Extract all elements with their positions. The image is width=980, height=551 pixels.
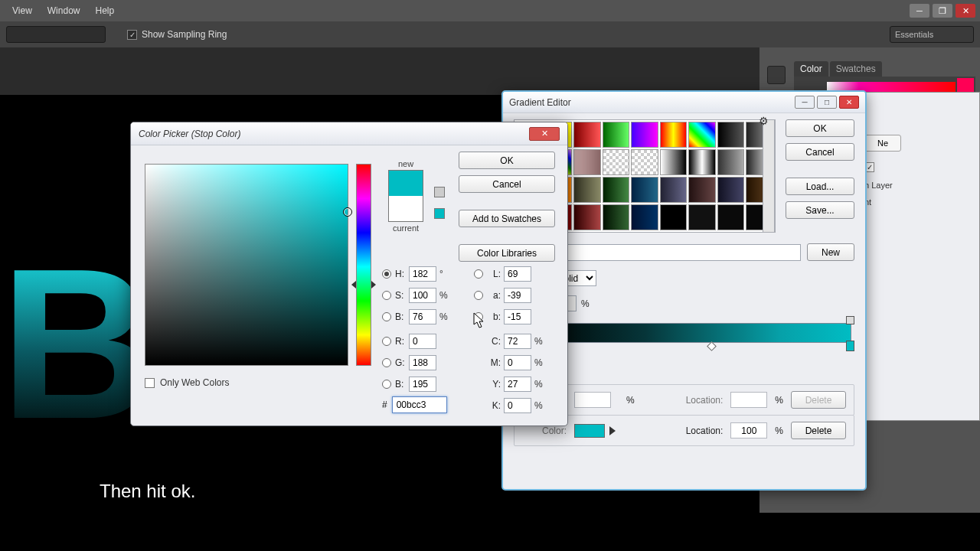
new-label: new [381,159,431,168]
input-k[interactable] [504,398,531,413]
app-minimize-button[interactable]: ─ [910,4,929,18]
input-g[interactable] [409,355,436,370]
tab-swatches[interactable]: Swatches [830,61,882,77]
radio-s[interactable] [382,291,391,300]
tutorial-caption: Then hit ok. [100,481,195,502]
color-stop-right[interactable] [846,341,854,351]
label-l: L: [487,269,501,279]
input-a[interactable] [504,288,531,303]
show-sampling-ring-checkbox[interactable]: ✓ Show Sampling Ring [127,29,227,40]
color-field-cursor[interactable] [343,207,352,217]
only-web-colors-label: Only Web Colors [160,377,229,388]
current-color-swatch[interactable] [389,196,423,221]
close-icon[interactable]: ✕ [529,127,560,141]
radio-b[interactable] [382,312,391,321]
radio-l[interactable] [474,269,483,279]
label-c: C: [487,336,501,347]
nt-label: nt [858,194,979,210]
cancel-button[interactable]: Cancel [786,143,854,161]
input-s[interactable] [409,288,436,303]
label-a: a: [487,290,501,301]
unit-pct-b: % [436,311,452,322]
menu-help[interactable]: Help [87,3,122,18]
color-field[interactable] [145,164,348,366]
only-web-colors-checkbox[interactable]: Only Web Colors [145,377,229,388]
label-lab-b: b: [487,311,501,322]
input-m[interactable] [504,355,531,370]
layer-style-dialog: Ne ✓ h Layer nt [858,92,980,421]
tab-color[interactable]: Color [794,61,828,77]
hue-slider[interactable] [356,164,371,366]
layer-label: h Layer [858,177,979,194]
radio-a[interactable] [474,291,483,300]
chevron-right-icon[interactable] [609,426,616,435]
hash-label: # [382,399,387,410]
sample-size-dropdown[interactable] [6,26,106,43]
midpoint-diamond[interactable] [707,341,717,351]
picker-ok-button[interactable]: OK [459,152,555,169]
input-r[interactable] [409,334,436,349]
gear-icon[interactable]: ⚙ [759,115,769,127]
warning-cube-icon[interactable] [434,187,445,197]
picker-cancel-button[interactable]: Cancel [459,175,555,193]
label-r: R: [395,336,409,347]
app-close-button[interactable]: ✕ [956,4,975,18]
delete-color-stop-button[interactable]: Delete [791,422,846,439]
input-c[interactable] [504,334,531,349]
dialog-close-button[interactable]: ✕ [839,96,859,109]
radio-h[interactable] [382,269,391,279]
app-restore-button[interactable]: ❐ [933,4,952,18]
add-to-swatches-button[interactable]: Add to Swatches [459,210,555,227]
websafe-cube-icon[interactable] [434,208,445,219]
radio-g[interactable] [382,358,391,367]
pct-label-2: % [626,395,635,406]
delete-opacity-stop-button: Delete [791,391,846,409]
opacity-stop[interactable] [846,316,854,324]
unit-deg: ° [436,269,452,279]
input-y[interactable] [504,377,531,392]
color-location-input[interactable] [730,422,767,439]
new-gradient-button[interactable]: New [807,243,854,261]
color-picker-titlebar[interactable]: Color Picker (Stop Color) ✕ [131,122,567,145]
unit-y: % [531,379,547,390]
letterbox [0,513,980,551]
dialog-minimize-button[interactable]: ─ [795,96,815,109]
label-k: K: [487,400,501,411]
gradient-bar[interactable] [534,323,851,343]
workspace-dropdown[interactable]: Essentials [890,26,974,43]
gradient-editor-titlebar[interactable]: Gradient Editor ─ □ ✕ [503,92,865,113]
radio-r[interactable] [382,337,391,346]
label-y: Y: [487,379,501,390]
ok-button[interactable]: OK [786,119,854,137]
hue-arrow-left-icon [351,281,356,289]
app-menubar: View Window Help ─ ❐ ✕ [0,0,980,21]
label-bl: B: [395,379,409,390]
input-l[interactable] [504,266,531,282]
show-sampling-ring-label: Show Sampling Ring [142,29,227,40]
input-lab-b[interactable] [504,309,531,324]
new-color-swatch[interactable] [389,171,423,196]
input-b[interactable] [409,309,436,324]
save-button[interactable]: Save... [786,201,854,219]
gradient-editor-title: Gradient Editor [509,97,571,108]
dialog-maximize-button[interactable]: □ [817,96,837,109]
presets-scrollbar[interactable] [763,119,775,233]
location-label: Location: [686,395,724,406]
unit-c: % [531,336,547,347]
input-bl[interactable] [409,377,436,392]
hex-input[interactable] [392,396,447,413]
unit-pct-s: % [436,290,452,301]
radio-bl[interactable] [382,380,391,389]
color-label: Color: [522,425,567,436]
stop-color-swatch[interactable] [574,424,605,438]
menu-view[interactable]: View [5,3,40,18]
load-button[interactable]: Load... [786,178,854,195]
label-h: H: [395,269,409,279]
input-h[interactable] [409,266,436,282]
new-style-button[interactable]: Ne [864,135,901,152]
label-s: S: [395,290,409,301]
panel-icon-button[interactable] [767,66,786,84]
label-g: G: [395,357,409,368]
color-libraries-button[interactable]: Color Libraries [459,244,555,262]
menu-window[interactable]: Window [40,3,88,18]
